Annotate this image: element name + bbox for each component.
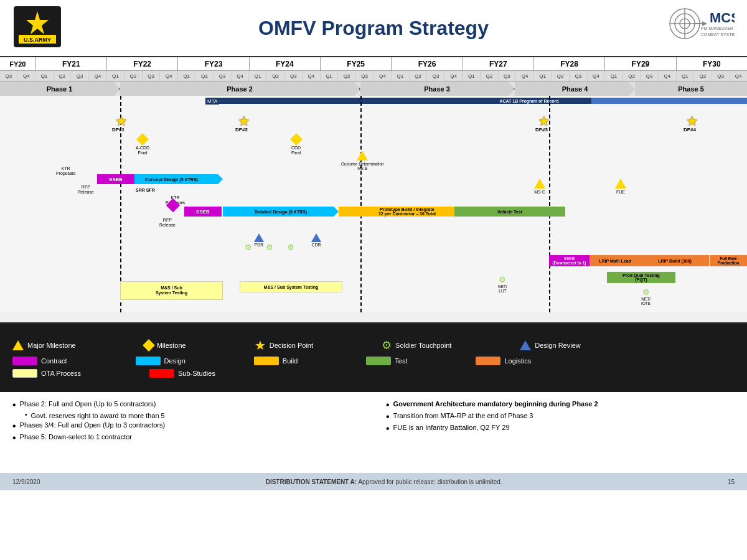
q-cell: Q2	[54, 71, 72, 82]
rfp-release-label-1: RFPRelease	[78, 185, 94, 195]
legend-row-3: OTA Process Sub-Studies	[12, 369, 735, 378]
legend-design-label: Design	[164, 357, 186, 365]
bullets-left-col: • Phase 2: Full and Open (Up to 5 contra…	[12, 398, 361, 467]
q-cell: Q2	[410, 71, 428, 82]
q-cell: Q4	[160, 71, 178, 82]
footer-date: 12/9/2020	[12, 478, 40, 485]
ota-icon	[12, 369, 37, 378]
sseb-diamond-2	[168, 200, 178, 210]
legend-build-label: Build	[283, 357, 298, 365]
legend-milestone-label: Milestone	[157, 342, 186, 349]
legend-sub-studies: Sub-Studies	[149, 369, 215, 378]
q-cell: Q4	[445, 71, 463, 82]
sseb-downselect-bar: SSEB(Downselect to 1)	[549, 255, 590, 266]
net-iote: ⚙ NET/IOTE	[641, 287, 651, 306]
bullet-dot-r2: •	[386, 412, 390, 422]
q-cell: Q3	[214, 71, 232, 82]
q-cell: Q3	[356, 71, 374, 82]
fy-label-fy22: FY22	[107, 57, 178, 70]
legend-logistics: Logistics	[476, 357, 531, 365]
bullet-text-1a: Govt. reserves right to award to more th…	[31, 412, 165, 419]
svg-text:COMBAT SYSTEMS: COMBAT SYSTEMS	[701, 32, 735, 37]
q-cell: Q2	[552, 71, 570, 82]
legend-row-1: Major Milestone Milestone ★ Decision Poi…	[12, 338, 735, 353]
bullets-right-col: • Government Architecture mandatory begi…	[386, 398, 735, 467]
bullet-text-r3: FUE is an Infantry Battalion, Q2 FY 29	[393, 424, 510, 434]
major-milestone-icon	[12, 340, 24, 350]
q-header: Q3 Q4 Q1 Q2 Q3 Q4 Q1 Q2 Q3 Q4 Q1 Q2 Q3 Q…	[0, 71, 747, 82]
prod-qual-bar: Prod Qual Testing(PQT)	[607, 272, 675, 283]
q-cell: Q2	[125, 71, 143, 82]
mta-bar	[205, 98, 498, 104]
rfp-release-label-2: RFPRelease	[159, 218, 176, 228]
fy-label-fy23: FY23	[178, 57, 249, 70]
legend-section: Major Milestone Milestone ★ Decision Poi…	[0, 324, 747, 392]
bullet-dot-3: •	[12, 433, 16, 443]
legend-major-milestone-label: Major Milestone	[27, 342, 76, 349]
legend-decision-point-label: Decision Point	[270, 342, 313, 349]
q-cell: Q3	[71, 71, 89, 82]
svg-text:MCS: MCS	[710, 10, 735, 26]
dp4-label: DP#4	[684, 127, 696, 133]
q-cell: Q3	[427, 71, 445, 82]
acdd-diamond: A-CDDFinal	[136, 135, 149, 155]
q-cell: Q1	[677, 71, 695, 82]
phase-3-banner: Phase 3	[360, 82, 515, 96]
msb-triangle: Outcome DeterminationMS B	[341, 151, 384, 170]
chart-area: Phase 1 Phase 2 Phase 3 Phase 4 Phase 5 …	[0, 82, 747, 312]
mcs-logo: MCS PM MANEUVER COMBAT SYSTEMS	[666, 5, 735, 49]
soldier-tp-3: ⚙	[287, 243, 294, 252]
bullet-3: • Phase 5: Down-select to 1 contractor	[12, 433, 361, 443]
legend-test-label: Test	[395, 357, 407, 365]
legend-milestone: Milestone	[144, 341, 186, 350]
fue-triangle: FUE	[615, 179, 626, 195]
acat-bar: ACAT 1B Program of Record	[467, 98, 591, 104]
logistics-icon	[476, 357, 500, 365]
q-cell: Q4	[232, 71, 250, 82]
fy-label-fy30: FY30	[677, 57, 747, 70]
legend-logistics-label: Logistics	[504, 357, 531, 365]
svg-text:PM  MANEUVER: PM MANEUVER	[701, 26, 733, 30]
bullet-dot-1a: •	[25, 412, 27, 419]
q-cell: Q1	[249, 71, 267, 82]
fy-label-fy28: FY28	[534, 57, 605, 70]
lrip-matl-bar: LRIP Mat'l Lead	[590, 255, 641, 266]
q-cell: Q3	[143, 71, 161, 82]
dashed-line-2	[360, 96, 362, 312]
fy-label-fy26: FY26	[392, 57, 463, 70]
fy-label-fy24: FY24	[250, 57, 321, 70]
q-cell: Q3	[570, 71, 588, 82]
design-icon	[136, 357, 161, 365]
q-cell: Q4	[303, 71, 321, 82]
legend-contract: Contract	[12, 357, 67, 365]
blue-arrow-bar	[591, 98, 747, 104]
legend-ota-label: OTA Process	[41, 370, 81, 377]
pdr-triangle: PDR	[254, 233, 264, 247]
fy-label-fy21: FY21	[36, 57, 107, 70]
sseb-bar-2: SSEB	[184, 207, 222, 217]
q-cell: Q1	[534, 71, 552, 82]
bullet-dot-1: •	[12, 400, 16, 410]
q-cell: Q3	[712, 71, 730, 82]
svg-marker-11	[702, 21, 707, 26]
q-cell: Q1	[605, 71, 623, 82]
sub-studies-icon	[149, 369, 174, 378]
q-cell: Q3	[285, 71, 303, 82]
q-cell: Q4	[89, 71, 107, 82]
fy-header: FY20 FY21 FY22 FY23 FY24 FY25 FY26 FY27 …	[0, 57, 747, 71]
legend-ota: OTA Process	[12, 369, 81, 378]
ktr-proposals-label: KTRProposals	[56, 166, 75, 177]
soldier-tp-icon: ⚙	[382, 338, 392, 352]
phase-5-banner: Phase 5	[635, 82, 747, 96]
bullet-1: • Phase 2: Full and Open (Up to 5 contra…	[12, 400, 361, 410]
q-cell: Q3	[641, 71, 659, 82]
fy-label-fy27: FY27	[463, 57, 534, 70]
bullet-r1: • Government Architecture mandatory begi…	[386, 400, 735, 410]
legend-design: Design	[136, 357, 186, 365]
army-logo: U.S.ARMY	[12, 5, 62, 49]
lrip-build-bar: LRIP Build (388)	[641, 255, 709, 266]
legend-decision-point: ★ Decision Point	[255, 338, 313, 353]
bullet-r3: • FUE is an Infantry Battalion, Q2 FY 29	[386, 424, 735, 434]
dp2-label: DP#2	[235, 127, 248, 133]
q-cell: Q1	[463, 71, 481, 82]
